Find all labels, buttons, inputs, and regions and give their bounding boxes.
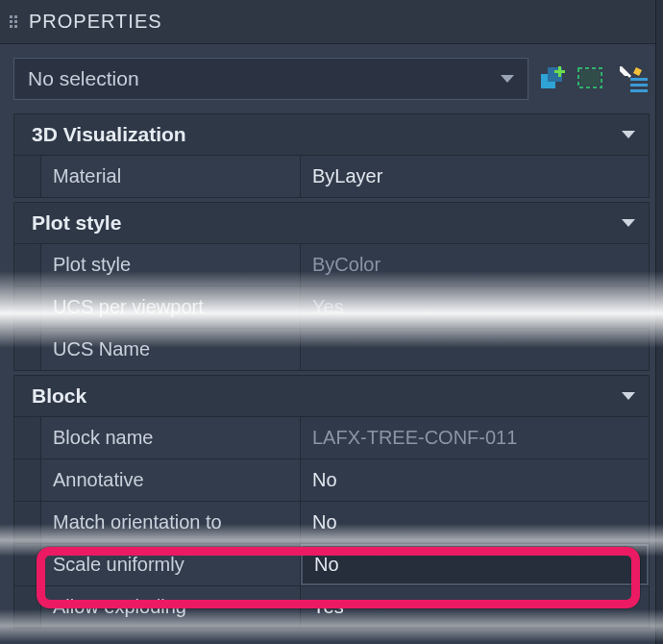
row-indent <box>14 286 41 328</box>
property-label: UCS Name <box>41 329 301 370</box>
property-value: LAFX-TREE-CONF-011 <box>301 417 649 458</box>
group-header-plot-style[interactable]: Plot style <box>13 202 650 244</box>
property-value[interactable]: No <box>301 544 649 585</box>
property-row-scale-uniformly[interactable]: Scale uniformly No <box>13 544 650 586</box>
svg-rect-9 <box>630 84 648 87</box>
row-indent <box>14 156 41 197</box>
row-indent <box>14 329 41 370</box>
group-header-3d-visualization[interactable]: 3D Visualization <box>13 113 650 156</box>
panel-resize-edge[interactable] <box>655 0 663 644</box>
property-value: ByColor <box>301 244 649 285</box>
property-label: Allow exploding <box>41 586 301 628</box>
row-indent <box>14 586 41 628</box>
property-row-ucs-per-viewport[interactable]: UCS per viewport Yes <box>13 286 650 329</box>
chevron-down-icon <box>501 75 514 83</box>
toolbar: No selection <box>0 44 663 110</box>
group-title: 3D Visualization <box>32 123 186 146</box>
chevron-down-icon <box>622 131 635 138</box>
svg-rect-10 <box>630 89 648 92</box>
selector-value: No selection <box>28 67 139 90</box>
group-title: Plot style <box>32 211 121 235</box>
property-value[interactable]: ByLayer <box>301 156 649 197</box>
drag-grip-icon[interactable] <box>10 12 19 32</box>
row-indent <box>14 459 41 501</box>
titlebar[interactable]: PROPERTIES <box>0 0 663 44</box>
svg-rect-8 <box>630 78 648 81</box>
property-label: Plot style <box>41 244 301 285</box>
toolbar-icons <box>538 63 650 94</box>
row-indent <box>14 244 41 285</box>
property-value[interactable]: No <box>301 459 649 501</box>
chevron-down-icon <box>622 392 635 400</box>
group-header-block[interactable]: Block <box>13 375 650 417</box>
group-title: Block <box>32 384 86 408</box>
quick-select-icon[interactable] <box>577 63 609 94</box>
property-label: Annotative <box>41 459 301 501</box>
properties-settings-icon[interactable] <box>617 63 650 94</box>
panel-title: PROPERTIES <box>29 11 162 33</box>
property-label: Scale uniformly <box>41 544 301 585</box>
svg-rect-5 <box>580 70 600 86</box>
chevron-down-icon <box>622 219 635 227</box>
property-label: Match orientation to <box>41 502 301 543</box>
property-row-material[interactable]: Material ByLayer <box>13 156 650 198</box>
property-value[interactable]: No <box>301 502 649 543</box>
property-label: Material <box>41 156 301 197</box>
property-value[interactable]: Yes <box>301 586 649 628</box>
property-row-match-orientation[interactable]: Match orientation to No <box>13 502 650 544</box>
property-row-block-name[interactable]: Block name LAFX-TREE-CONF-011 <box>13 417 650 459</box>
properties-content: 3D Visualization Material ByLayer Plot s… <box>0 113 663 629</box>
property-row-ucs-name[interactable]: UCS Name <box>13 329 650 371</box>
row-indent <box>14 544 41 585</box>
property-row-plot-style[interactable]: Plot style ByColor <box>13 244 650 286</box>
property-value: Yes <box>301 286 649 328</box>
property-value[interactable] <box>301 329 649 370</box>
property-label: Block name <box>41 417 301 458</box>
svg-rect-3 <box>554 70 565 73</box>
property-row-allow-exploding[interactable]: Allow exploding Yes <box>13 586 650 629</box>
add-selection-icon[interactable] <box>538 63 569 94</box>
row-indent <box>14 417 41 458</box>
row-indent <box>14 502 41 543</box>
property-label: UCS per viewport <box>41 286 301 328</box>
object-type-selector[interactable]: No selection <box>13 58 528 100</box>
properties-panel: PROPERTIES No selection <box>0 0 663 644</box>
property-row-annotative[interactable]: Annotative No <box>13 459 650 502</box>
